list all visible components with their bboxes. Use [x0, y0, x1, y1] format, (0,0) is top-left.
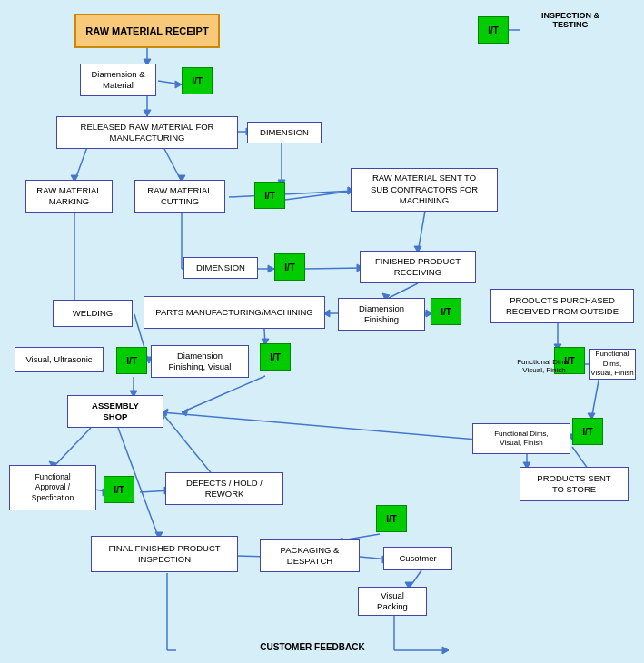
dimension-label2-text: DIMENSION	[196, 262, 245, 273]
raw-material-sub-label: RAW MATERIAL SENT TO SUB CONTRACTORS FOR…	[371, 173, 478, 206]
it-box-1: I/T	[478, 16, 509, 44]
it-box-3: I/T	[254, 182, 285, 209]
svg-line-8	[74, 147, 87, 182]
it6-label: I/T	[126, 356, 137, 366]
it-box-7: I/T	[260, 343, 291, 371]
svg-line-53	[53, 428, 91, 468]
functional-dims2-box: Functional Dims, Visual, Finish	[472, 423, 570, 454]
parts-manufacturing-label: PARTS MANUFACTURING/MACHINING	[155, 307, 312, 318]
raw-material-receipt-label: RAW MATERIAL RECEIPT	[85, 25, 208, 37]
svg-marker-3	[175, 81, 182, 88]
functional-dims1-label: Functional Dims, Visual, Finish	[590, 350, 635, 378]
products-purchased-box: PRODUCTS PURCHASED RECEIVED FROM OUTSIDE	[490, 289, 634, 323]
svg-line-22	[305, 268, 363, 269]
it7-label: I/T	[270, 352, 281, 362]
it-box-2: I/T	[182, 67, 213, 94]
it-box-6: I/T	[116, 347, 147, 374]
released-raw-material-label: RELEASED RAW MATERIAL FOR MANUFACTURING	[81, 122, 214, 144]
visual-ultrasonic-box: Visual, Ultrasonic	[15, 347, 104, 372]
it-box-5: I/T	[431, 298, 461, 325]
svg-line-14	[285, 191, 354, 200]
products-purchased-label: PRODUCTS PURCHASED RECEIVED FROM OUTSIDE	[506, 295, 619, 318]
svg-marker-37	[182, 409, 188, 416]
it-box-11: I/T	[376, 505, 407, 532]
it-box-4: I/T	[274, 253, 305, 281]
it3-label: I/T	[264, 191, 275, 201]
svg-line-2	[158, 81, 182, 84]
dimension-label1-text: DIMENSION	[260, 127, 309, 138]
finished-product-receiving-label: FINISHED PRODUCT RECEIVING	[375, 256, 461, 279]
packaging-despatch-box: PACKAGING & DESPATCH	[260, 539, 360, 572]
inspection-testing-label: INSPECTION &TESTING	[516, 11, 625, 29]
raw-material-cutting-box: RAW MATERIAL CUTTING	[134, 180, 225, 213]
parts-manufacturing-box: PARTS MANUFACTURING/MACHINING	[144, 296, 325, 329]
released-raw-material-box: RELEASED RAW MATERIAL FOR MANUFACTURING	[56, 116, 238, 149]
products-sent-to-store-label: PRODUCTS SENT TO STORE	[537, 473, 610, 496]
packaging-despatch-label: PACKAGING & DESPATCH	[281, 545, 340, 568]
customer-feedback-label: CUSTOMER FEEDBACK	[176, 642, 449, 652]
final-finished-label: FINAL FINISHED PRODUCT INSPECTION	[108, 543, 220, 566]
svg-line-18	[418, 211, 425, 252]
inspection-testing-text: INSPECTION &TESTING	[541, 11, 599, 29]
svg-line-10	[163, 147, 182, 182]
finished-product-receiving-box: FINISHED PRODUCT RECEIVING	[360, 251, 476, 283]
defects-hold-rework-label: DEFECTS / HOLD / REWORK	[186, 478, 263, 500]
visual-packing-label: Visual Packing	[377, 590, 408, 613]
welding-box: WELDING	[53, 300, 133, 327]
dimension-finishing-visual-box: Diamension Finishing, Visual	[151, 345, 249, 378]
raw-material-marking-label: RAW MATERIAL MARKING	[36, 185, 101, 208]
it9-label: I/T	[582, 427, 593, 437]
raw-material-marking-box: RAW MATERIAL MARKING	[25, 180, 113, 213]
dimension-finishing-visual-label: Diamension Finishing, Visual	[168, 351, 231, 373]
assembly-shop-label: ASSEMBLY SHOP	[92, 401, 139, 423]
products-sent-to-store-box: PRODUCTS SENT TO STORE	[520, 467, 629, 501]
svg-line-36	[182, 376, 265, 412]
dimension-material-box: Diamension & Material	[80, 64, 156, 96]
svg-marker-5	[144, 110, 151, 116]
svg-line-75	[162, 412, 476, 440]
it1-label: I/T	[488, 25, 499, 35]
it11-label: I/T	[386, 514, 397, 524]
welding-label: WELDING	[73, 308, 113, 319]
defects-hold-rework-box: DEFECTS / HOLD / REWORK	[165, 472, 283, 505]
raw-material-sub-box: RAW MATERIAL SENT TO SUB CONTRACTORS FOR…	[351, 168, 498, 212]
customer-feedback-text: CUSTOMER FEEDBACK	[260, 642, 364, 652]
it5-label: I/T	[441, 307, 451, 317]
visual-ultrasonic-label: Visual, Ultrasonic	[25, 354, 92, 365]
svg-marker-21	[268, 265, 274, 272]
it2-label: I/T	[192, 76, 203, 86]
flowchart: RAW MATERIAL RECEIPT Diamension & Materi…	[0, 0, 644, 663]
dimension-finishing1-box: Diamension Finishing	[338, 298, 425, 331]
functional-approval-box: Functional Approval / Specfication	[9, 465, 96, 510]
customer-box: Cusotmer	[383, 547, 452, 570]
dimension-finishing1-label: Diamension Finishing	[359, 303, 404, 326]
dimension-material-label: Diamension & Material	[91, 69, 144, 92]
final-finished-box: FINAL FINISHED PRODUCT INSPECTION	[91, 536, 238, 572]
dimension-label2-box: DIMENSION	[183, 257, 258, 279]
it10-label: I/T	[114, 485, 124, 495]
it4-label: I/T	[284, 262, 295, 272]
functional-approval-label: Functional Approval / Specfication	[32, 472, 74, 502]
assembly-shop-box: ASSEMBLY SHOP	[67, 395, 163, 428]
functional-dims1-text-ext: Functional Dims,Visual, Finish	[501, 351, 587, 381]
raw-material-receipt-box: RAW MATERIAL RECEIPT	[74, 14, 220, 48]
dimension-label1-box: DIMENSION	[247, 122, 322, 143]
functional-dims1-box: Functional Dims, Visual, Finish	[589, 349, 636, 380]
svg-line-16	[229, 191, 354, 197]
it-box-10: I/T	[104, 476, 134, 503]
functional-dims2-label: Functional Dims, Visual, Finish	[494, 430, 549, 449]
svg-line-67	[409, 570, 421, 589]
visual-packing-box: Visual Packing	[358, 587, 427, 616]
it-box-9: I/T	[572, 418, 603, 445]
raw-material-cutting-label: RAW MATERIAL CUTTING	[147, 185, 212, 208]
customer-label: Cusotmer	[399, 553, 436, 564]
